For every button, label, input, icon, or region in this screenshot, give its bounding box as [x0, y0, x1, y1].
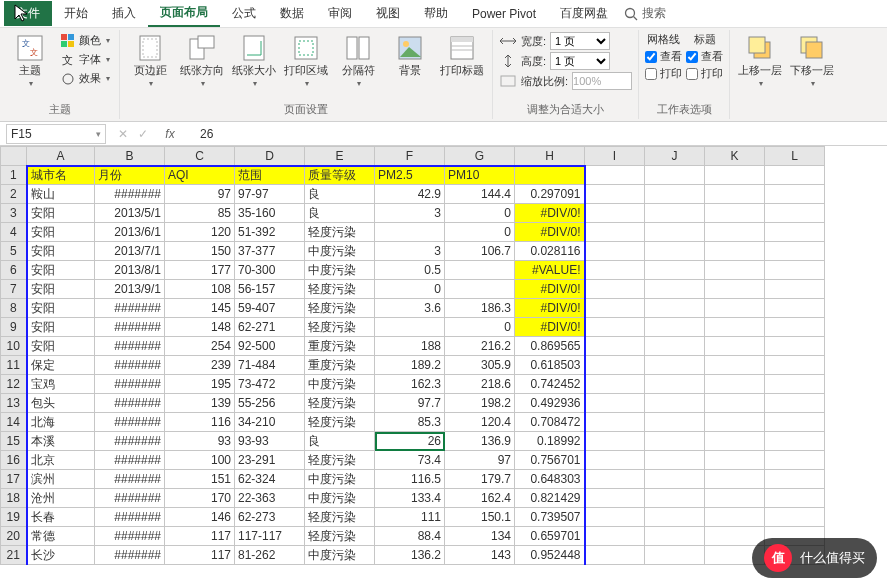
cell[interactable]: 51-392: [235, 223, 305, 242]
cell[interactable]: 59-407: [235, 299, 305, 318]
fx-button[interactable]: fx: [158, 127, 182, 141]
cell[interactable]: 轻度污染: [305, 527, 375, 546]
header-cell[interactable]: AQI: [165, 166, 235, 185]
cell[interactable]: 0: [445, 204, 515, 223]
cell[interactable]: 轻度污染: [305, 223, 375, 242]
cell[interactable]: #######: [95, 432, 165, 451]
row-header[interactable]: 9: [1, 318, 27, 337]
row-header[interactable]: 20: [1, 527, 27, 546]
cell[interactable]: 120.4: [445, 413, 515, 432]
tab-powerpivot[interactable]: Power Pivot: [460, 3, 548, 25]
breaks-button[interactable]: 分隔符▾: [334, 32, 382, 90]
cell[interactable]: 0.297091: [515, 185, 585, 204]
tab-insert[interactable]: 插入: [100, 1, 148, 26]
cell[interactable]: 中度污染: [305, 470, 375, 489]
cell[interactable]: 本溪: [27, 432, 95, 451]
tab-data[interactable]: 数据: [268, 1, 316, 26]
col-header-A[interactable]: A: [27, 147, 95, 166]
cell[interactable]: 92-500: [235, 337, 305, 356]
height-select[interactable]: 1 页: [550, 52, 610, 70]
row-header[interactable]: 7: [1, 280, 27, 299]
width-select[interactable]: 1 页: [550, 32, 610, 50]
cell[interactable]: 0: [445, 223, 515, 242]
cell[interactable]: 111: [375, 508, 445, 527]
header-cell[interactable]: [515, 166, 585, 185]
cell[interactable]: 23-291: [235, 451, 305, 470]
cell[interactable]: 重度污染: [305, 356, 375, 375]
cell[interactable]: 162.3: [375, 375, 445, 394]
cell[interactable]: 0.5: [375, 261, 445, 280]
cell[interactable]: 轻度污染: [305, 394, 375, 413]
cell[interactable]: 136.2: [375, 546, 445, 565]
cell[interactable]: 70-300: [235, 261, 305, 280]
cell[interactable]: 轻度污染: [305, 318, 375, 337]
row-header[interactable]: 17: [1, 470, 27, 489]
cell[interactable]: [445, 261, 515, 280]
tab-formulas[interactable]: 公式: [220, 1, 268, 26]
cell[interactable]: #DIV/0!: [515, 280, 585, 299]
row-header[interactable]: 18: [1, 489, 27, 508]
cell[interactable]: 轻度污染: [305, 299, 375, 318]
row-header[interactable]: 16: [1, 451, 27, 470]
row-header[interactable]: 15: [1, 432, 27, 451]
cell[interactable]: 188: [375, 337, 445, 356]
cell[interactable]: 22-363: [235, 489, 305, 508]
name-box[interactable]: F15: [6, 124, 106, 144]
cell[interactable]: 宝鸡: [27, 375, 95, 394]
header-cell[interactable]: 质量等级: [305, 166, 375, 185]
cell[interactable]: 沧州: [27, 489, 95, 508]
cell[interactable]: 3: [375, 242, 445, 261]
cell[interactable]: #######: [95, 527, 165, 546]
row-header[interactable]: 6: [1, 261, 27, 280]
cell[interactable]: 0.648303: [515, 470, 585, 489]
cell[interactable]: 安阳: [27, 318, 95, 337]
cell[interactable]: 35-160: [235, 204, 305, 223]
row-header[interactable]: 14: [1, 413, 27, 432]
cell[interactable]: 2013/6/1: [95, 223, 165, 242]
col-header-J[interactable]: J: [645, 147, 705, 166]
cell[interactable]: 239: [165, 356, 235, 375]
cell[interactable]: 88.4: [375, 527, 445, 546]
select-all[interactable]: [1, 147, 27, 166]
cell[interactable]: 北京: [27, 451, 95, 470]
cell[interactable]: #######: [95, 356, 165, 375]
cell[interactable]: [445, 280, 515, 299]
cell[interactable]: 中度污染: [305, 375, 375, 394]
cell[interactable]: #######: [95, 546, 165, 565]
cell[interactable]: 长春: [27, 508, 95, 527]
cell[interactable]: 长沙: [27, 546, 95, 565]
col-header-B[interactable]: B: [95, 147, 165, 166]
cell[interactable]: #######: [95, 318, 165, 337]
cell[interactable]: 鞍山: [27, 185, 95, 204]
cell[interactable]: #VALUE!: [515, 261, 585, 280]
effects-button[interactable]: 效果▾: [58, 70, 113, 87]
row-header[interactable]: 1: [1, 166, 27, 185]
col-header-L[interactable]: L: [765, 147, 825, 166]
cell[interactable]: 良: [305, 204, 375, 223]
cell[interactable]: 85.3: [375, 413, 445, 432]
cell[interactable]: 北海: [27, 413, 95, 432]
cell[interactable]: 170: [165, 489, 235, 508]
cell[interactable]: 120: [165, 223, 235, 242]
gridlines-view-check[interactable]: 查看: [645, 49, 682, 64]
cell[interactable]: 71-484: [235, 356, 305, 375]
bring-forward-button[interactable]: 上移一层▾: [736, 32, 784, 90]
cell[interactable]: 安阳: [27, 280, 95, 299]
cell[interactable]: 62-324: [235, 470, 305, 489]
col-header-G[interactable]: G: [445, 147, 515, 166]
cell[interactable]: 73.4: [375, 451, 445, 470]
cell[interactable]: 150: [165, 242, 235, 261]
cell[interactable]: 85: [165, 204, 235, 223]
themes-button[interactable]: 文文 主题▾: [6, 32, 54, 90]
cell[interactable]: #DIV/0!: [515, 223, 585, 242]
cell[interactable]: 216.2: [445, 337, 515, 356]
margins-button[interactable]: 页边距▾: [126, 32, 174, 90]
cell[interactable]: 26: [375, 432, 445, 451]
cell[interactable]: 安阳: [27, 261, 95, 280]
cell[interactable]: 3: [375, 204, 445, 223]
cell[interactable]: 包头: [27, 394, 95, 413]
cell[interactable]: #DIV/0!: [515, 204, 585, 223]
row-header[interactable]: 10: [1, 337, 27, 356]
cell[interactable]: 3.6: [375, 299, 445, 318]
cell[interactable]: 0.18992: [515, 432, 585, 451]
